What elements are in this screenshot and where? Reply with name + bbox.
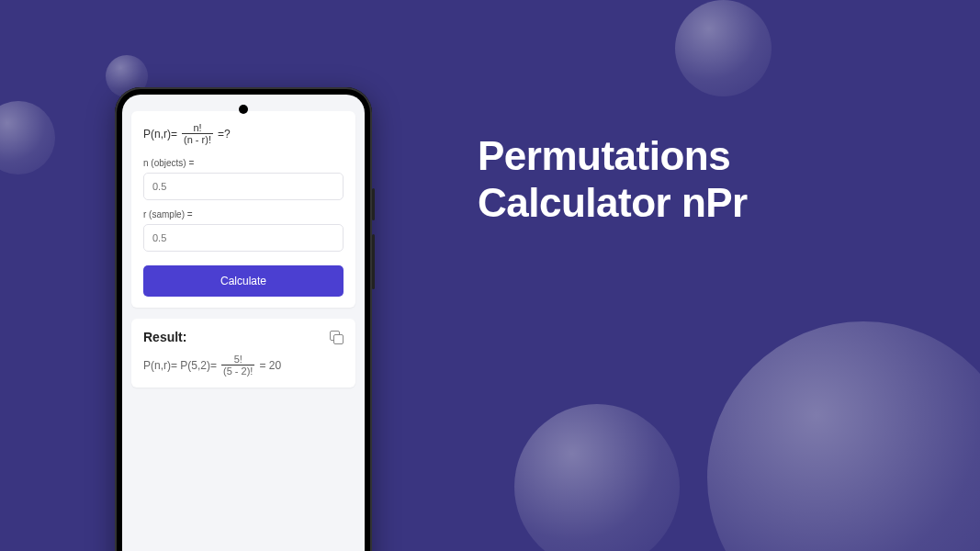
formula-lhs: P(n,r)=	[143, 128, 177, 141]
calculator-card: P(n,r)= n! (n - r)! =? n (objects) = r (…	[131, 111, 355, 308]
result-prefix: P(n,r)= P(5,2)=	[143, 359, 217, 372]
calculate-button[interactable]: Calculate	[143, 265, 344, 297]
hero-title: Permutations Calculator nPr	[478, 133, 748, 226]
copy-icon[interactable]	[330, 331, 344, 344]
phone-mockup: P(n,r)= n! (n - r)! =? n (objects) = r (…	[115, 87, 372, 551]
hero-title-line1: Permutations	[478, 133, 748, 180]
r-sample-label: r (sample) =	[143, 209, 344, 219]
hero-title-line2: Calculator nPr	[478, 180, 748, 227]
result-value: = 20	[259, 359, 281, 372]
phone-screen: P(n,r)= n! (n - r)! =? n (objects) = r (…	[122, 95, 365, 551]
phone-side-button	[372, 188, 375, 220]
result-card: Result: P(n,r)= P(5,2)= 5! (5 - 2)! = 20	[131, 319, 355, 388]
decorative-sphere	[514, 404, 680, 551]
result-fraction: 5! (5 - 2)!	[221, 354, 254, 377]
phone-side-button	[372, 234, 375, 289]
formula-suffix: =?	[218, 128, 231, 141]
n-objects-label: n (objects) =	[143, 158, 344, 168]
result-title: Result:	[143, 330, 186, 344]
result-denominator: (5 - 2)!	[221, 365, 254, 377]
decorative-sphere	[707, 321, 980, 551]
result-formula: P(n,r)= P(5,2)= 5! (5 - 2)! = 20	[143, 354, 344, 377]
r-sample-input[interactable]	[143, 224, 344, 252]
formula-fraction: n! (n - r)!	[182, 122, 213, 145]
result-header: Result:	[143, 330, 344, 344]
camera-notch	[239, 105, 248, 114]
decorative-sphere	[0, 101, 55, 174]
formula-numerator: n!	[193, 122, 201, 133]
decorative-sphere	[675, 0, 772, 96]
formula-denominator: (n - r)!	[182, 133, 213, 145]
result-numerator: 5!	[234, 354, 242, 365]
n-objects-input[interactable]	[143, 173, 344, 200]
formula-display: P(n,r)= n! (n - r)! =?	[143, 122, 344, 145]
